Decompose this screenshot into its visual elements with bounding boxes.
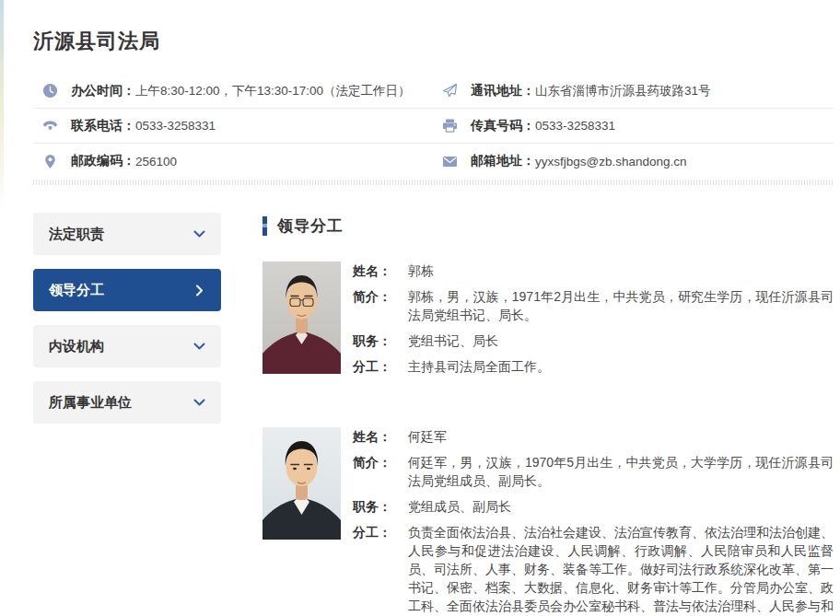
chevron-down-icon (193, 228, 205, 240)
field-value: 何廷军 (408, 427, 447, 446)
field-value: 郭栋 (408, 262, 434, 280)
field-label: 分工： (353, 357, 395, 376)
sidebar-nav: 法定职责 领导分工 内设机构 所属事业单位 (33, 213, 221, 616)
location-icon (42, 154, 58, 169)
field-value: 党组书记、局长 (408, 331, 498, 350)
phone-icon (42, 118, 58, 134)
field-position: 职务： 党组书记、局长 (353, 331, 834, 350)
section-header: 领导分工 (262, 213, 834, 237)
field-duties: 分工： 负责全面依法治县、法治社会建设、法治宣传教育、依法治理和法治创建、人民参… (353, 523, 834, 616)
info-value: yyxsfjbgs@zb.shandong.cn (535, 155, 687, 169)
leader-profile: 姓名： 何廷军 简介： 何廷军，男，汉族，1970年5月出生，中共党员，大学学历… (262, 427, 834, 616)
info-value: 0533-3258331 (135, 119, 216, 133)
info-value: 256100 (135, 155, 177, 169)
sidebar-item-label: 领导分工 (49, 282, 104, 299)
field-label: 简介： (353, 287, 395, 324)
sidebar-item-affiliated-units[interactable]: 所属事业单位 (33, 381, 221, 424)
field-name: 姓名： 何廷军 (353, 427, 834, 446)
main-content: 领导分工 (262, 213, 834, 616)
info-phone: 联系电话： 0533-3258331 (33, 109, 433, 144)
info-postal-code: 邮政编码： 256100 (33, 144, 433, 179)
info-email: 邮箱地址： yyxsfjbgs@zb.shandong.cn (433, 144, 834, 179)
section-marker-bar (262, 216, 267, 236)
info-office-hours: 办公时间： 上午8:30-12:00，下午13:30-17:00（法定工作日） (33, 74, 433, 109)
info-label: 邮政编码： (71, 153, 135, 169)
field-label: 姓名： (353, 262, 395, 280)
leader-fields: 姓名： 何廷军 简介： 何廷军，男，汉族，1970年5月出生，中共党员，大学学历… (353, 427, 834, 616)
chevron-down-icon (193, 341, 205, 353)
chevron-down-icon (193, 397, 205, 409)
leader-photo-guo-dong (262, 262, 341, 374)
field-value: 负责全面依法治县、法治社会建设、法治宣传教育、依法治理和法治创建、人民参与和促进… (408, 523, 834, 616)
field-value: 主持县司法局全面工作。 (408, 357, 550, 376)
clock-icon (42, 83, 58, 99)
page-title: 沂源县司法局 (33, 0, 834, 55)
leader-fields: 姓名： 郭栋 简介： 郭栋，男，汉族，1971年2月出生，中共党员，研究生学历，… (353, 262, 834, 383)
sidebar-item-leadership[interactable]: 领导分工 (33, 269, 221, 311)
field-bio: 简介： 郭栋，男，汉族，1971年2月出生，中共党员，研究生学历，现任沂源县司法… (353, 287, 834, 324)
sidebar-item-label: 所属事业单位 (49, 394, 132, 412)
page-left-edge-decor (0, 0, 4, 212)
field-label: 简介： (353, 453, 395, 490)
chevron-right-icon (193, 285, 205, 296)
page-container: 沂源县司法局 办公时间： 上午8:30-12:00，下午13:30-17:00（… (0, 0, 840, 616)
field-value: 党组成员、副局长 (408, 497, 511, 516)
info-label: 传真号码： (471, 118, 535, 134)
field-bio: 简介： 何廷军，男，汉族，1970年5月出生，中共党员，大学学历，现任沂源县司法… (353, 453, 834, 490)
content-row: 法定职责 领导分工 内设机构 所属事业单位 (33, 213, 834, 616)
mail-icon (442, 154, 458, 169)
leader-photo-he-tingjun (262, 427, 341, 540)
dotted-divider (33, 180, 834, 185)
info-label: 通讯地址： (471, 83, 535, 99)
sidebar-item-label: 法定职责 (49, 226, 104, 243)
sidebar-item-label: 内设机构 (49, 338, 104, 355)
field-name: 姓名： 郭栋 (353, 262, 834, 280)
field-label: 职务： (353, 497, 395, 516)
section-title: 领导分工 (277, 215, 344, 237)
leader-profile: 姓名： 郭栋 简介： 郭栋，男，汉族，1971年2月出生，中共党员，研究生学历，… (262, 262, 834, 383)
field-label: 职务： (353, 331, 395, 350)
info-label: 联系电话： (71, 118, 135, 134)
sidebar-item-internal-orgs[interactable]: 内设机构 (33, 325, 221, 367)
info-value: 上午8:30-12:00，下午13:30-17:00（法定工作日） (135, 83, 411, 99)
field-label: 姓名： (353, 427, 395, 446)
info-value: 山东省淄博市沂源县药玻路31号 (535, 83, 711, 99)
info-fax: 传真号码： 0533-3258331 (433, 109, 834, 144)
fax-icon (442, 118, 458, 134)
info-mailing-address: 通讯地址： 山东省淄博市沂源县药玻路31号 (433, 74, 834, 109)
send-icon (442, 83, 458, 99)
field-value: 郭栋，男，汉族，1971年2月出生，中共党员，研究生学历，现任沂源县司法局党组书… (408, 287, 834, 324)
agency-info-grid: 办公时间： 上午8:30-12:00，下午13:30-17:00（法定工作日） … (33, 74, 834, 179)
field-position: 职务： 党组成员、副局长 (353, 497, 834, 516)
field-duties: 分工： 主持县司法局全面工作。 (353, 357, 834, 376)
info-label: 邮箱地址： (471, 153, 535, 169)
info-label: 办公时间： (71, 83, 135, 99)
info-value: 0533-3258331 (535, 119, 615, 133)
sidebar-item-legal-duties[interactable]: 法定职责 (33, 213, 221, 255)
field-label: 分工： (353, 523, 395, 616)
field-value: 何廷军，男，汉族，1970年5月出生，中共党员，大学学历，现任沂源县司法局党组成… (408, 453, 834, 490)
